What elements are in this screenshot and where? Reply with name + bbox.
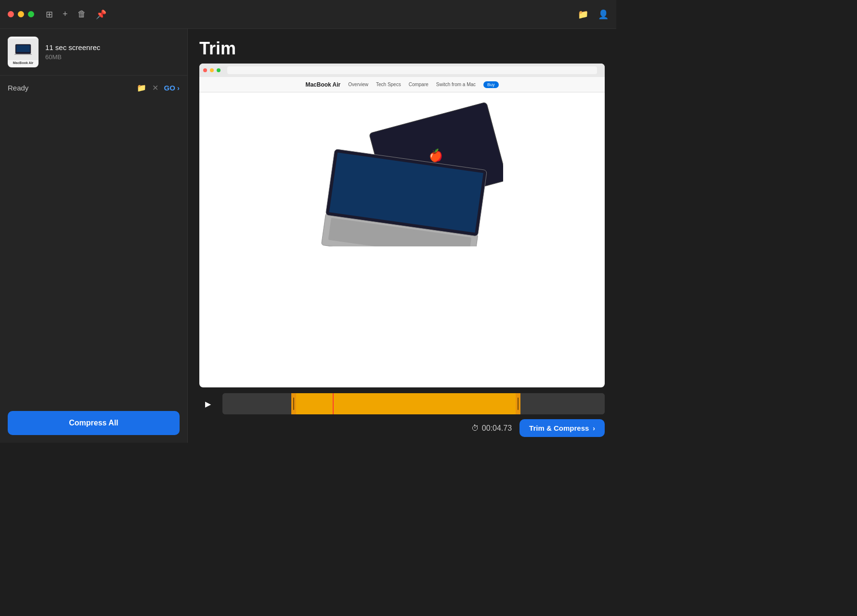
playhead — [333, 393, 334, 414]
nav-buy-button: Buy — [483, 81, 499, 88]
nav-product-title: MacBook Air — [305, 81, 340, 88]
chevron-right-icon: › — [593, 424, 595, 432]
timeline-before — [222, 393, 291, 414]
svg-rect-2 — [14, 54, 32, 55]
thumb-inner — [8, 38, 39, 60]
macbook-nav: MacBook Air Overview Tech Specs Compare … — [199, 77, 605, 92]
compress-all-button[interactable]: Compress All — [8, 411, 180, 435]
minimize-button[interactable] — [18, 11, 24, 17]
content-header: Trim — [188, 29, 616, 64]
status-bar: Ready 📁 ✕ GO › — [0, 76, 187, 100]
titlebar-right: 📁 👤 — [578, 9, 609, 20]
page-title: Trim — [199, 38, 605, 59]
clock-icon: ⏱ — [471, 424, 479, 433]
browser-maximize-dot — [217, 68, 221, 72]
trim-controls: ▶ — [188, 387, 616, 443]
macbook-illustration: 🍎 — [199, 77, 605, 246]
timeline-track[interactable] — [222, 393, 605, 414]
nav-compare: Compare — [409, 82, 428, 87]
browser-address-bar — [227, 66, 597, 74]
nav-switch: Switch from a Mac — [436, 82, 476, 87]
traffic-lights — [8, 11, 34, 17]
browser-chrome — [199, 64, 605, 77]
handle-line-left — [293, 398, 294, 410]
file-thumbnail: MacBook Air — [8, 37, 39, 67]
toolbar: ⊞ + 🗑 📌 — [46, 9, 106, 20]
pin-icon[interactable]: 📌 — [96, 9, 106, 20]
macbook-thumb-icon — [14, 43, 32, 55]
trim-handle-left[interactable] — [291, 393, 296, 414]
folder-status-icon[interactable]: 📁 — [137, 83, 146, 92]
settings-icon[interactable]: ⊞ — [46, 9, 53, 20]
thumb-label: MacBook Air — [13, 60, 34, 65]
folder-icon[interactable]: 📁 — [578, 9, 588, 20]
handle-line-right — [518, 398, 519, 410]
timeline-after — [520, 393, 605, 414]
browser-close-dot — [203, 68, 207, 72]
status-text: Ready — [8, 84, 131, 92]
close-button[interactable] — [8, 11, 14, 17]
nav-techspecs: Tech Specs — [376, 82, 401, 87]
trim-handle-right[interactable] — [516, 393, 520, 414]
titlebar: ⊞ + 🗑 📌 📁 👤 — [0, 0, 616, 29]
macbook-svg: 🍎 — [301, 92, 503, 246]
sidebar-spacer — [0, 100, 187, 403]
nav-overview: Overview — [348, 82, 368, 87]
add-icon[interactable]: + — [63, 9, 68, 19]
go-button[interactable]: GO › — [164, 84, 180, 92]
svg-rect-1 — [16, 45, 30, 52]
user-icon[interactable]: 👤 — [598, 9, 609, 20]
time-display: ⏱ 00:04.73 — [471, 424, 512, 433]
file-size: 60MB — [45, 53, 100, 61]
maximize-button[interactable] — [28, 11, 34, 17]
trim-compress-button[interactable]: Trim & Compress › — [519, 419, 605, 437]
content-area: Trim MacBook Air Overview Tech Specs Com… — [188, 29, 616, 443]
trim-compress-label: Trim & Compress — [529, 424, 589, 432]
timeline-selected — [291, 393, 520, 414]
close-status-icon[interactable]: ✕ — [152, 83, 158, 92]
browser-minimize-dot — [210, 68, 214, 72]
file-name: 11 sec screenrec — [45, 43, 100, 51]
sidebar: MacBook Air 11 sec screenrec 60MB Ready … — [0, 29, 188, 443]
trim-info-row: ⏱ 00:04.73 Trim & Compress › — [199, 419, 605, 437]
file-item[interactable]: MacBook Air 11 sec screenrec 60MB — [0, 29, 187, 76]
file-info: 11 sec screenrec 60MB — [45, 43, 100, 61]
trash-icon[interactable]: 🗑 — [78, 9, 86, 19]
main-layout: MacBook Air 11 sec screenrec 60MB Ready … — [0, 29, 616, 443]
timeline-row: ▶ — [199, 393, 605, 414]
time-value: 00:04.73 — [482, 424, 512, 433]
video-preview: MacBook Air Overview Tech Specs Compare … — [199, 64, 605, 387]
macbook-content: MacBook Air Overview Tech Specs Compare … — [199, 77, 605, 246]
play-button[interactable]: ▶ — [199, 395, 217, 412]
